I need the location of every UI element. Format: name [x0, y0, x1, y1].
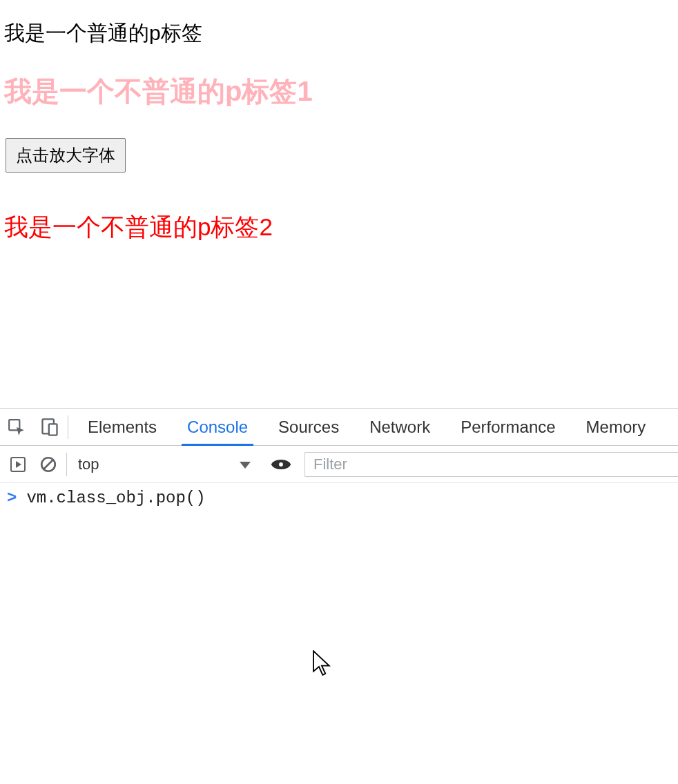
live-expression-icon[interactable]: [262, 458, 300, 471]
filter-field-wrap: [304, 452, 678, 477]
paragraph-normal: 我是一个普通的p标签: [4, 19, 674, 48]
console-filter-input[interactable]: [312, 455, 678, 474]
devtools-tabbar: Elements Console Sources Network Perform…: [0, 409, 678, 446]
console-input-line[interactable]: > vm.class_obj.pop(): [0, 486, 678, 510]
tab-console[interactable]: Console: [172, 409, 263, 445]
tab-memory[interactable]: Memory: [571, 409, 661, 445]
tab-network[interactable]: Network: [354, 409, 445, 445]
enlarge-font-button[interactable]: 点击放大字体: [6, 138, 126, 173]
chevron-down-icon: [240, 462, 251, 469]
context-value: top: [78, 455, 99, 473]
play-icon[interactable]: [3, 446, 33, 483]
svg-line-5: [44, 460, 53, 469]
devtools-panel: Elements Console Sources Network Perform…: [0, 408, 678, 784]
console-input-text: vm.class_obj.pop(): [26, 489, 205, 507]
console-body: > vm.class_obj.pop(): [0, 483, 678, 784]
paragraph-special-1: 我是一个不普通的p标签1: [4, 72, 674, 110]
svg-rect-2: [49, 424, 57, 435]
tab-sources[interactable]: Sources: [263, 409, 354, 445]
toolbar-divider: [66, 453, 67, 476]
inspect-element-icon[interactable]: [0, 409, 33, 446]
tab-elements[interactable]: Elements: [72, 409, 172, 445]
paragraph-special-2: 我是一个不普通的p标签2: [4, 211, 674, 244]
console-toolbar: top: [0, 446, 678, 483]
svg-point-6: [278, 462, 284, 467]
tab-performance[interactable]: Performance: [445, 409, 570, 445]
rendered-page: 我是一个普通的p标签 我是一个不普通的p标签1 点击放大字体 我是一个不普通的p…: [0, 0, 678, 244]
execution-context-select[interactable]: top: [74, 446, 262, 482]
console-prompt-icon: >: [7, 489, 17, 507]
device-toolbar-icon[interactable]: [33, 409, 66, 446]
clear-console-icon[interactable]: [33, 446, 64, 483]
tabbar-divider: [68, 415, 68, 439]
